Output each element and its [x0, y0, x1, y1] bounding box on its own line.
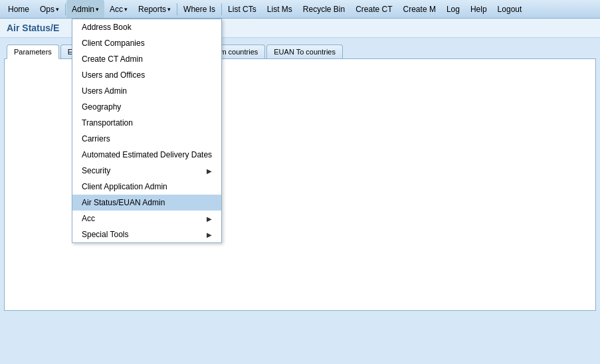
nav-item-ops[interactable]: Ops ▾ — [35, 0, 64, 18]
nav-item-label: Log — [447, 5, 460, 14]
dropdown-item-client-companies[interactable]: Client Companies — [72, 35, 221, 51]
nav-item-where-is[interactable]: Where Is — [178, 0, 221, 18]
chevron-down-icon: ▾ — [124, 6, 128, 13]
dropdown-item-acc[interactable]: Acc▶ — [72, 211, 221, 227]
admin-dropdown-menu: Address BookClient CompaniesCreate CT Ad… — [72, 19, 222, 243]
nav-divider — [177, 3, 177, 15]
nav-item-label: Ops — [40, 5, 54, 14]
navbar: HomeOps ▾Admin ▾Acc ▾Reports ▾Where IsLi… — [0, 0, 600, 19]
nav-item-list-ms[interactable]: List Ms — [262, 0, 298, 18]
nav-item-admin[interactable]: Admin ▾ — [66, 0, 104, 18]
chevron-right-icon: ▶ — [207, 231, 212, 238]
nav-item-create-m[interactable]: Create M — [398, 0, 441, 18]
dropdown-item-carriers[interactable]: Carriers — [72, 131, 221, 147]
dropdown-item-label: Users Admin — [82, 86, 127, 96]
nav-item-recycle-bin[interactable]: Recycle Bin — [298, 0, 350, 18]
dropdown-item-label: Special Tools — [82, 230, 129, 239]
dropdown-item-security[interactable]: Security▶ — [72, 163, 221, 179]
nav-divider — [65, 3, 66, 15]
nav-item-list-cts[interactable]: List CTs — [223, 0, 262, 18]
nav-item-label: Acc — [110, 5, 123, 14]
dropdown-item-label: Client Application Admin — [82, 182, 167, 191]
nav-item-home[interactable]: Home — [3, 0, 35, 18]
nav-item-label: Home — [8, 5, 29, 14]
chevron-down-icon: ▾ — [96, 6, 99, 13]
dropdown-item-label: Air Status/EUAN Admin — [82, 198, 165, 207]
dropdown-item-geography[interactable]: Geography — [72, 99, 221, 115]
dropdown-item-special-tools[interactable]: Special Tools▶ — [72, 227, 221, 242]
dropdown-item-label: Carriers — [82, 134, 110, 143]
nav-item-help[interactable]: Help — [465, 0, 492, 18]
dropdown-item-label: Automated Estimated Delivery Dates — [82, 150, 212, 159]
dropdown-item-automated-edd[interactable]: Automated Estimated Delivery Dates — [72, 147, 221, 163]
dropdown-item-client-app-admin[interactable]: Client Application Admin — [72, 179, 221, 195]
nav-item-label: Create M — [403, 5, 436, 14]
nav-divider — [221, 3, 222, 15]
dropdown-item-create-ct-admin[interactable]: Create CT Admin — [72, 51, 221, 67]
nav-item-log[interactable]: Log — [441, 0, 465, 18]
dropdown-item-label: Create CT Admin — [82, 54, 143, 64]
nav-item-label: List CTs — [228, 5, 256, 14]
nav-item-label: Where Is — [183, 5, 215, 14]
dropdown-item-transportation[interactable]: Transportation — [72, 115, 221, 131]
chevron-right-icon: ▶ — [207, 215, 212, 223]
dropdown-item-address-book[interactable]: Address Book — [72, 19, 221, 35]
nav-item-reports[interactable]: Reports ▾ — [133, 0, 176, 18]
dropdown-item-users-admin[interactable]: Users Admin — [72, 83, 221, 99]
dropdown-item-label: Transportation — [82, 118, 133, 128]
dropdown-item-label: Address Book — [82, 23, 132, 32]
dropdown-item-label: Acc — [82, 214, 95, 223]
dropdown-item-label: Geography — [82, 102, 121, 112]
dropdown-item-label: Security — [82, 166, 110, 175]
nav-item-label: Recycle Bin — [303, 5, 345, 14]
nav-item-label: Logout — [498, 5, 522, 14]
chevron-right-icon: ▶ — [207, 167, 212, 175]
dropdown-item-air-status-euan-admin[interactable]: Air Status/EUAN Admin — [72, 195, 221, 211]
chevron-down-icon: ▾ — [56, 6, 59, 13]
nav-item-logout[interactable]: Logout — [492, 0, 528, 18]
tab-parameters[interactable]: Parameters — [7, 45, 59, 59]
nav-item-label: Admin — [72, 5, 94, 14]
nav-item-label: Help — [470, 5, 487, 14]
dropdown-item-label: Users and Offices — [82, 70, 145, 80]
nav-item-acc[interactable]: Acc ▾ — [104, 0, 133, 18]
nav-item-label: Reports — [138, 5, 166, 14]
dropdown-item-users-and-offices[interactable]: Users and Offices — [72, 67, 221, 83]
nav-item-create-ct[interactable]: Create CT — [350, 0, 397, 18]
chevron-down-icon: ▾ — [167, 6, 171, 13]
nav-item-label: List Ms — [267, 5, 292, 14]
nav-item-label: Create CT — [355, 5, 392, 14]
dropdown-item-label: Client Companies — [82, 39, 145, 48]
tab-euan-to-countries[interactable]: EUAN To countries — [266, 45, 343, 58]
